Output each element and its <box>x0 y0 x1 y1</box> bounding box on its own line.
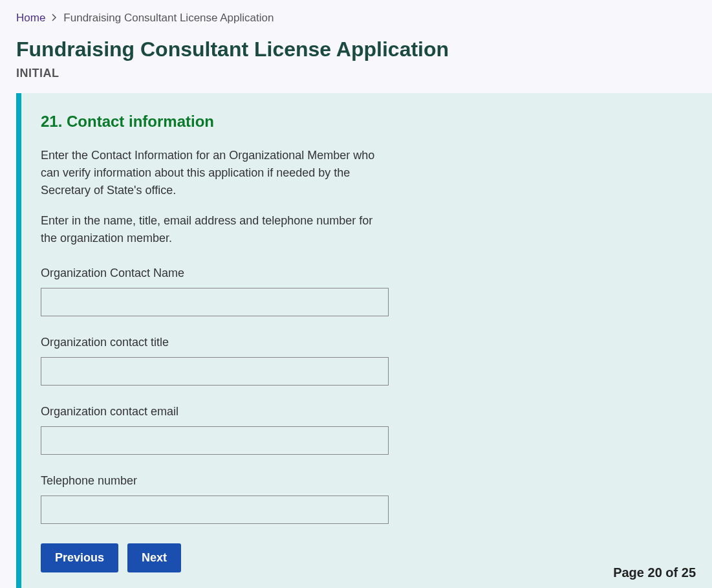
section-description-2: Enter in the name, title, email address … <box>41 212 383 247</box>
input-telephone[interactable] <box>41 495 389 524</box>
field-contact-name: Organization Contact Name <box>41 267 693 316</box>
button-row: Previous Next <box>41 543 693 572</box>
page-header: Fundraising Consultant License Applicati… <box>0 31 712 93</box>
label-contact-name: Organization Contact Name <box>41 267 693 280</box>
label-telephone: Telephone number <box>41 474 693 488</box>
label-contact-email: Organization contact email <box>41 405 693 419</box>
section-description-1: Enter the Contact Information for an Org… <box>41 147 383 199</box>
chevron-right-icon <box>52 13 57 23</box>
field-telephone: Telephone number <box>41 474 693 524</box>
label-contact-title: Organization contact title <box>41 336 693 349</box>
input-contact-name[interactable] <box>41 288 389 316</box>
page-title: Fundraising Consultant License Applicati… <box>16 38 696 61</box>
previous-button[interactable]: Previous <box>41 543 118 572</box>
field-contact-title: Organization contact title <box>41 336 693 386</box>
section-title: 21. Contact information <box>41 113 693 131</box>
field-contact-email: Organization contact email <box>41 405 693 455</box>
breadcrumb-home-link[interactable]: Home <box>16 12 45 25</box>
form-section: 21. Contact information Enter the Contac… <box>16 93 712 588</box>
breadcrumb-current: Fundraising Consultant License Applicati… <box>63 12 274 25</box>
input-contact-title[interactable] <box>41 357 389 386</box>
input-contact-email[interactable] <box>41 426 389 455</box>
page-indicator: Page 20 of 25 <box>613 565 696 580</box>
breadcrumb: Home Fundraising Consultant License Appl… <box>0 0 712 31</box>
next-button[interactable]: Next <box>127 543 181 572</box>
page-subtitle: INITIAL <box>16 67 696 80</box>
